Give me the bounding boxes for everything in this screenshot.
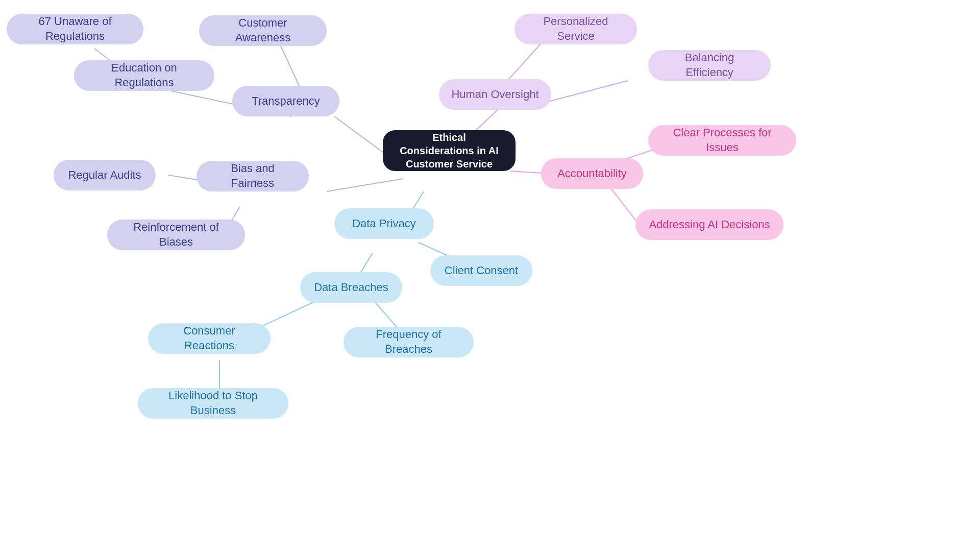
- node-education-on-regulations: Education on Regulations: [74, 60, 214, 91]
- node-regular-audits: Regular Audits: [54, 160, 156, 190]
- node-customer-awareness: Customer Awareness: [199, 15, 327, 46]
- node-consumer-reactions: Consumer Reactions: [148, 323, 271, 354]
- node-balancing-efficiency: Balancing Efficiency: [648, 50, 771, 81]
- center-node: Ethical Considerations in AI Customer Se…: [383, 130, 516, 171]
- node-personalized-service: Personalized Service: [514, 14, 637, 44]
- node-accountability: Accountability: [541, 158, 643, 189]
- node-transparency: Transparency: [232, 86, 339, 116]
- node-clear-processes: Clear Processes for Issues: [648, 125, 796, 156]
- node-frequency-of-breaches: Frequency of Breaches: [344, 327, 474, 357]
- node-reinforcement-of-biases: Reinforcement of Biases: [107, 220, 245, 250]
- node-data-privacy: Data Privacy: [334, 208, 434, 239]
- node-client-consent: Client Consent: [430, 255, 532, 286]
- svg-line-9: [546, 81, 628, 102]
- node-likelihood-to-stop: Likelihood to Stop Business: [138, 388, 288, 419]
- svg-line-3: [327, 179, 403, 191]
- node-unaware-of-regulations: 67 Unaware of Regulations: [7, 14, 143, 44]
- node-bias-and-fairness: Bias and Fairness: [197, 161, 309, 191]
- node-data-breaches: Data Breaches: [300, 272, 402, 303]
- node-addressing-ai: Addressing AI Decisions: [635, 209, 783, 240]
- node-human-oversight: Human Oversight: [439, 79, 551, 110]
